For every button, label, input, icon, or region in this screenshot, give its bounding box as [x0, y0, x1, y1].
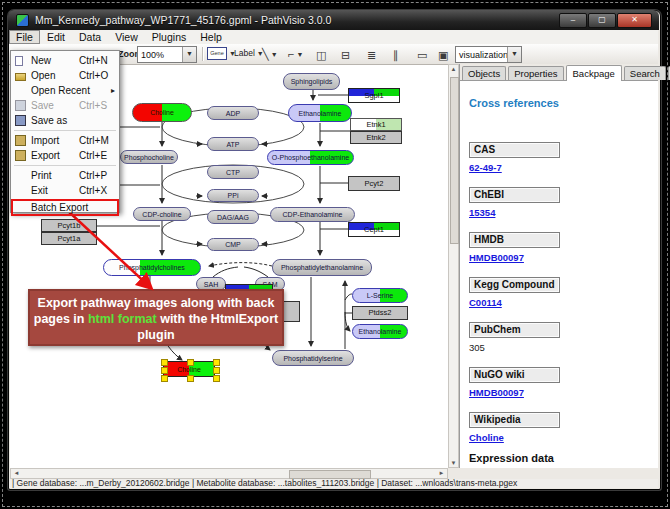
selection-handle[interactable] — [187, 359, 194, 366]
close-button[interactable]: ✕ — [617, 13, 652, 28]
scroll-left-icon[interactable]: ◄ — [12, 470, 21, 476]
xref-value-chebi[interactable]: 15354 — [469, 207, 495, 218]
pathway-node-choline[interactable]: Choline — [163, 361, 215, 377]
menu-help[interactable]: Help — [193, 30, 229, 44]
tab-search[interactable]: Search — [624, 66, 666, 80]
line-tool-button[interactable]: ╲ ▼ — [262, 46, 278, 62]
pathway-node-atp[interactable]: ATP — [207, 137, 259, 151]
visualization-combobox[interactable]: visualization ▼ — [455, 46, 522, 63]
minimize-button[interactable]: – — [559, 13, 587, 28]
pathway-node-etnk2[interactable]: Etnk2 — [350, 131, 402, 144]
menu-view[interactable]: View — [108, 30, 145, 44]
pathway-node-phosphocholine[interactable]: Phosphocholine — [120, 150, 178, 164]
menu-item-shortcut: Ctrl+O — [79, 70, 117, 81]
pathway-node-ptdss2[interactable]: Ptdss2 — [352, 306, 408, 320]
label-tool-button[interactable]: Label ▼ — [234, 48, 264, 58]
distribute-vertical-icon[interactable]: ∥ — [393, 47, 399, 63]
menu-item-print[interactable]: PrintCtrl+P — [11, 168, 119, 183]
menu-plugins[interactable]: Plugins — [145, 30, 193, 44]
align-middle-icon[interactable]: ⊟ — [341, 47, 350, 63]
xref-value-hmdb[interactable]: HMDB00097 — [469, 252, 524, 263]
xref-value-pubchem: 305 — [469, 342, 485, 353]
tab-properties[interactable]: Properties — [508, 66, 563, 80]
pathway-node-phosphatidylethanolamine[interactable]: Phosphatidylethanolamine — [272, 259, 372, 276]
submenu-arrow-icon: ▸ — [111, 86, 115, 95]
selection-handle[interactable] — [161, 375, 168, 382]
xref-value-wikipedia[interactable]: Choline — [469, 432, 504, 443]
vertical-scroll-thumb[interactable] — [450, 77, 459, 244]
xref-header-kegg-compound: Kegg Compound — [469, 277, 560, 293]
pathway-node-adp[interactable]: ADP — [207, 106, 259, 120]
connector-tool-button[interactable]: ⌐ ▼ — [288, 46, 303, 62]
pathway-node-cept1[interactable]: Cept1 — [348, 222, 400, 237]
selection-handle[interactable] — [161, 367, 168, 374]
pathway-node-phosphatidylserine[interactable]: Phosphatidylserine — [272, 350, 354, 366]
xref-value-cas[interactable]: 62-49-7 — [469, 162, 502, 173]
menu-item-batch-export[interactable]: Batch Export — [11, 199, 119, 216]
pathway-node-pcyt2[interactable]: Pcyt2 — [348, 176, 400, 191]
match-width-icon[interactable]: ▭ — [417, 47, 427, 63]
scroll-up-icon[interactable]: ▲ — [449, 66, 458, 72]
xref-value-kegg-compound[interactable]: C00114 — [469, 297, 502, 308]
window-title: Mm_Kennedy_pathway_WP1771_45176.gpml - P… — [35, 14, 559, 26]
chevron-down-icon[interactable]: ▼ — [182, 47, 196, 62]
zoom-combobox[interactable]: 100% ▼ — [137, 46, 197, 63]
pathway-node-pcyt1a[interactable]: Pcyt1a — [41, 232, 97, 245]
tab-backpage[interactable]: Backpage — [566, 65, 622, 81]
selection-handle[interactable] — [213, 375, 220, 382]
selection-handle[interactable] — [213, 367, 220, 374]
pathway-node-ppi[interactable]: PPi — [207, 189, 259, 202]
pathway-node-o-phosphoethanolamine[interactable]: O-Phosphoethanolamine — [267, 150, 354, 165]
pathway-node-ctp[interactable]: CTP — [207, 165, 259, 179]
vertical-scrollbar[interactable]: ▲ ▼ — [448, 64, 459, 468]
node-label: Phosphatidylcholines — [119, 264, 185, 271]
xref-value-nugo-wiki[interactable]: HMDB00097 — [469, 387, 524, 398]
pathway-node-cdp-ethanolamine[interactable]: CDP-Ethanolamine — [270, 207, 355, 222]
horizontal-scroll-thumb[interactable] — [289, 470, 371, 479]
pathway-node-etnk1[interactable]: Etnk1 — [350, 118, 402, 131]
pathway-node-ethanolamine[interactable]: Ethanolamine — [352, 324, 408, 339]
menu-edit[interactable]: Edit — [40, 30, 72, 44]
menu-item-open-recent[interactable]: Open Recent▸ — [11, 83, 119, 98]
pathway-node-dag-aag[interactable]: DAG/AAG — [207, 210, 259, 224]
save-as-icon — [15, 115, 26, 126]
horizontal-scrollbar[interactable]: ◄ ► — [10, 468, 448, 479]
selection-handle[interactable] — [187, 375, 194, 382]
pathway-node-phosphatidylcholines[interactable]: Phosphatidylcholines — [103, 259, 201, 276]
xref-header-hmdb: HMDB — [469, 232, 560, 248]
visualization-value: visualization — [456, 50, 507, 60]
pathway-node-sgpl1[interactable]: Sgpl1 — [348, 88, 400, 103]
menu-data[interactable]: Data — [72, 30, 108, 44]
titlebar[interactable]: Mm_Kennedy_pathway_WP1771_45176.gpml - P… — [8, 10, 659, 30]
menu-item-save[interactable]: SaveCtrl+S — [11, 98, 119, 113]
pathway-node-cmp[interactable]: CMP — [207, 238, 259, 251]
distribute-horizontal-icon[interactable]: ≣ — [367, 47, 376, 63]
tab-objects[interactable]: Objects — [462, 66, 506, 80]
node-label: Cept1 — [364, 226, 384, 234]
chevron-down-icon[interactable]: ▼ — [271, 51, 278, 58]
pathway-node-sphingolipids[interactable]: Sphingolipids — [283, 73, 340, 90]
menu-item-label: Open Recent — [31, 85, 90, 96]
scroll-down-icon[interactable]: ▼ — [449, 460, 458, 466]
pathway-node-cdp-choline[interactable]: CDP-choline — [133, 207, 191, 221]
menu-item-new[interactable]: NewCtrl+N — [11, 53, 119, 68]
maximize-button[interactable]: ▢ — [588, 13, 616, 28]
gene-node-button[interactable]: Gene ▼ — [207, 47, 236, 60]
match-height-icon[interactable]: ▣ — [438, 47, 448, 63]
selection-handle[interactable] — [213, 359, 220, 366]
menu-item-save-as[interactable]: Save as — [11, 113, 119, 128]
chevron-down-icon[interactable]: ▼ — [507, 47, 521, 62]
menu-item-export[interactable]: ExportCtrl+E — [11, 148, 119, 163]
chevron-down-icon[interactable]: ▼ — [296, 51, 303, 58]
scroll-right-icon[interactable]: ► — [437, 470, 446, 476]
menu-item-import[interactable]: ImportCtrl+M — [11, 133, 119, 148]
align-center-icon[interactable]: ◫ — [316, 47, 326, 63]
selection-handle[interactable] — [161, 359, 168, 366]
pathway-node-pcyt1b[interactable]: Pcyt1b — [41, 219, 97, 232]
menu-item-open[interactable]: OpenCtrl+O — [11, 68, 119, 83]
pathway-node-l-serine[interactable]: L-Serine — [352, 288, 408, 303]
menu-file[interactable]: File — [9, 30, 40, 44]
pathway-node-ethanolamine[interactable]: Ethanolamine — [288, 104, 352, 122]
menu-item-exit[interactable]: ExitCtrl+X — [11, 183, 119, 198]
pathway-node-choline[interactable]: Choline — [132, 103, 192, 122]
